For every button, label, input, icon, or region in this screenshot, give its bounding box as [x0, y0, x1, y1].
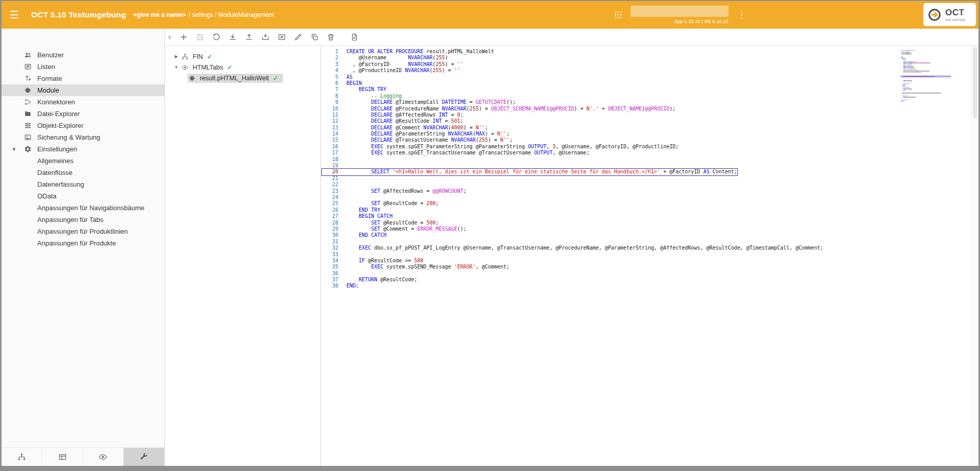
code-line-16[interactable]: 16 EXEC system.spGET_ParameterString @Pa… [322, 144, 679, 150]
code-line-1[interactable]: 1CREATE OR ALTER PROCEDURE result.pHTML_… [322, 49, 494, 55]
minimap-line [901, 58, 950, 59]
sidebar-item-module[interactable]: Module [2, 84, 165, 96]
code-line-14[interactable]: 14 DECLARE @ParameterString NVARCHAR(MAX… [322, 131, 509, 137]
edit-button[interactable] [290, 30, 306, 44]
minimap-line [901, 61, 950, 62]
sidebar-item-anpassungen-für-tabs[interactable]: Anpassungen für Tabs [2, 214, 165, 226]
code-line-15[interactable]: 15 DECLARE @TransactUsername NVARCHAR(25… [322, 137, 512, 143]
code-line-25[interactable]: 25 SET @ResultCode = 200; [322, 200, 439, 207]
code-line-10[interactable]: 10 DECLARE @ProcedureName NVARCHAR(255) … [322, 106, 675, 112]
drag-handle-icon[interactable] [166, 33, 173, 41]
code-line-29[interactable]: 29 SET @Comment = ERROR_MESSAGE(); [322, 226, 466, 232]
tree-item-fin[interactable]: ▶FIN✓ [165, 51, 320, 62]
sidebar-item-objekt-explorer[interactable]: Objekt-Explorer [2, 120, 165, 131]
scrollbar-thumb[interactable] [973, 47, 977, 119]
sidebar-item-formate[interactable]: Formate [2, 73, 165, 84]
code-line-32[interactable]: 32 EXEC dbo.sx_pf_pPOST_API_LogEntry @Us… [322, 245, 823, 251]
code-line-9[interactable]: 9 DECLARE @TimestampCall DATETIME = GETU… [322, 99, 516, 105]
apps-grid-icon[interactable] [614, 10, 623, 19]
code-line-34[interactable]: 34 IF @ResultCode >= 500 [322, 258, 424, 264]
code-line-26[interactable]: 26 END TRY [322, 207, 380, 213]
editor-scrollbar[interactable] [971, 46, 978, 466]
delete-button[interactable] [322, 30, 339, 44]
code-line-19[interactable]: 19 [322, 163, 346, 169]
sidebar-item-sicherung-wartung[interactable]: Sicherung & Wartung [2, 131, 165, 143]
minimap-line [901, 75, 950, 75]
tree-expander-icon[interactable]: ▼ [172, 65, 180, 70]
sidebar-item-benutzer[interactable]: Benutzer [2, 49, 165, 61]
code-line-21[interactable]: 21 [322, 175, 346, 182]
code-line-7[interactable]: 7 BEGIN TRY [322, 86, 386, 93]
line-number: 11 [322, 112, 338, 118]
code-line-28[interactable]: 28 SET @ResultCode = 500; [322, 220, 439, 226]
sidebar-item-anpassungen-für-produktlinien[interactable]: Anpassungen für Produktlinien [2, 226, 165, 237]
line-number: 13 [322, 125, 338, 131]
line-number: 29 [322, 226, 338, 232]
code-line-22[interactable]: 22 [322, 182, 346, 188]
code-text: IF @ResultCode >= 500 [346, 258, 424, 264]
sidebar-item-odata[interactable]: OData [2, 190, 165, 202]
line-number: 6 [322, 80, 338, 86]
code-line-27[interactable]: 27 BEGIN CATCH [322, 213, 392, 219]
sidebar-item-datenflüsse[interactable]: Datenflüsse [2, 167, 165, 178]
sidebar-tab-sitemap[interactable] [2, 448, 42, 466]
code-line-37[interactable]: 37 RETURN @ResultCode; [322, 277, 417, 283]
code-line-17[interactable]: 17 EXEC system.spGET_TransactUsername @T… [322, 150, 590, 156]
add-button[interactable] [175, 30, 192, 44]
sidebar-tab-table[interactable] [42, 448, 83, 466]
plus-icon [179, 33, 188, 41]
discard-button[interactable] [273, 30, 290, 44]
sidebar-item-label: Anpassungen für Tabs [37, 216, 103, 223]
sidebar-item-listen[interactable]: Listen [2, 61, 165, 73]
code-line-4[interactable]: 4 , @ProductlineID NVARCHAR(255) = '' [322, 68, 460, 74]
line-number: 35 [322, 264, 338, 270]
sidebar-item-anpassungen-für-produkte[interactable]: Anpassungen für Produkte [2, 237, 165, 249]
code-line-2[interactable]: 2 @Username NVARCHAR(255) [322, 55, 448, 61]
line-number: 12 [322, 118, 338, 124]
code-line-24[interactable]: 24 [322, 194, 346, 200]
code-line-35[interactable]: 35 EXEC system.spSEND_Message 'ERROR', @… [322, 264, 509, 270]
minimap-line [901, 92, 950, 92]
minimap[interactable] [901, 50, 950, 102]
check-icon: ✓ [273, 75, 278, 82]
tree-expander-icon[interactable]: ▶ [172, 54, 180, 59]
menu-icon[interactable]: ☰ [10, 10, 23, 20]
sidebar-item-datei-explorer[interactable]: Datei-Explorer [2, 108, 165, 120]
code-line-38[interactable]: 38END; [322, 283, 359, 289]
code-line-36[interactable]: 36 [322, 271, 346, 277]
code-line-30[interactable]: 30 END CATCH [322, 232, 386, 238]
sidebar-item-einstellungen[interactable]: ▼Einstellungen [2, 143, 165, 155]
code-line-8[interactable]: 8 -- Logging [322, 93, 402, 99]
upload-button[interactable] [241, 30, 257, 44]
save-button[interactable] [192, 30, 208, 44]
kebab-menu-icon[interactable]: ⋮ [736, 10, 748, 19]
code-text: BEGIN [346, 80, 362, 86]
sidebar-item-konnektoren[interactable]: Konnektoren [2, 96, 165, 108]
sidebar-tab-wrench[interactable] [124, 448, 165, 466]
line-number: 8 [322, 93, 338, 99]
code-line-33[interactable]: 33 [322, 252, 346, 258]
code-line-20[interactable]: 20 SELECT '<h1>Hallo Welt, dies ist ein … [322, 169, 737, 175]
sidebar-tab-eye[interactable] [83, 448, 124, 466]
tree-item-htmltabs[interactable]: ▼HTMLTabs✓ [165, 62, 320, 73]
show-log-button[interactable] [346, 30, 362, 44]
duplicate-button[interactable] [306, 30, 322, 44]
code-line-31[interactable]: 31 [322, 239, 346, 245]
code-line-6[interactable]: 6BEGIN [322, 80, 362, 86]
code-line-11[interactable]: 11 DECLARE @AffectedRows INT = 0; [322, 112, 463, 118]
code-line-13[interactable]: 13 DECLARE @Comment NVARCHAR(4000) = N''… [322, 125, 488, 131]
code-line-18[interactable]: 18 [322, 156, 346, 163]
sidebar-item-allgemeines[interactable]: Allgemeines [2, 155, 165, 167]
code-line-5[interactable]: 5AS [322, 74, 353, 80]
sidebar-item-datenerfassung[interactable]: Datenerfassung [2, 178, 165, 190]
sidebar-item-anpassungen-für-navigationsbäume[interactable]: Anpassungen für Navigationsbäume [2, 202, 165, 214]
import-button[interactable] [257, 30, 273, 44]
code-line-12[interactable]: 12 DECLARE @ResultCode INT = 501; [322, 118, 463, 124]
code-editor[interactable]: 1CREATE OR ALTER PROCEDURE result.pHTML_… [321, 46, 978, 466]
restore-version-button[interactable] [208, 30, 224, 44]
header-search-input[interactable] [631, 6, 729, 17]
code-line-23[interactable]: 23 SET @AffectedRows = @@ROWCOUNT; [322, 188, 466, 194]
code-line-3[interactable]: 3 , @FactoryID NVARCHAR(255) = '' [322, 61, 463, 68]
tree-item-result-phtml-hallowelt[interactable]: result.pHTML_HalloWelt✓ [165, 73, 320, 83]
download-button[interactable] [224, 30, 241, 44]
